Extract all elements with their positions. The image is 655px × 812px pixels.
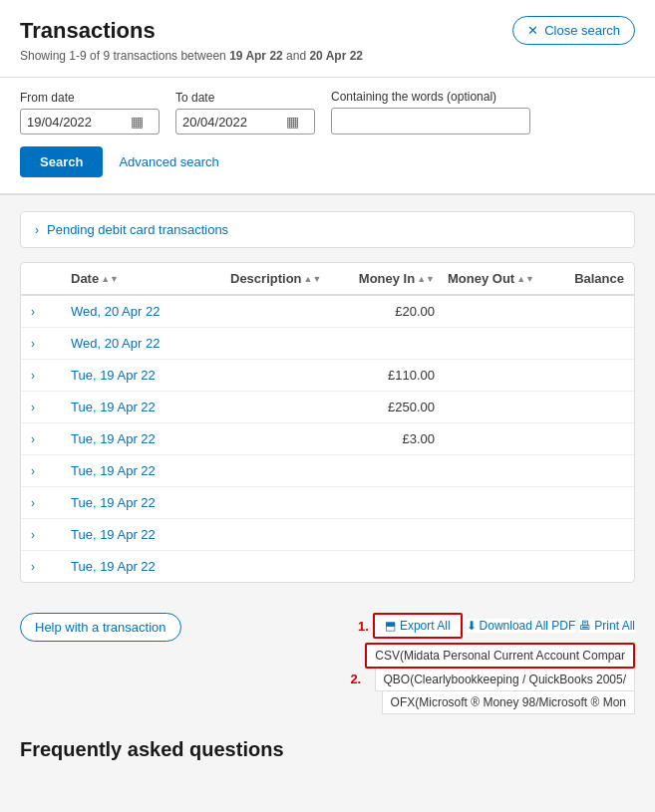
- desc-sort-icon: ▲▼: [304, 274, 322, 284]
- to-date-label: To date: [175, 91, 315, 105]
- search-row: From date ▦ To date ▦ Containing the wor…: [20, 90, 635, 135]
- table-row: › Wed, 20 Apr 22: [21, 328, 634, 360]
- close-icon: ✕: [527, 23, 538, 38]
- page-title: Transactions: [20, 18, 156, 44]
- row-expand-icon[interactable]: ›: [31, 337, 71, 351]
- print-label: Print All: [594, 619, 635, 633]
- row-expand-icon[interactable]: ›: [31, 369, 71, 383]
- row-date[interactable]: Tue, 19 Apr 22: [71, 463, 230, 478]
- row-date[interactable]: Tue, 19 Apr 22: [71, 527, 230, 542]
- table-header: Date ▲▼ Description ▲▼ Money In ▲▼ Money…: [21, 263, 634, 296]
- col-date[interactable]: Date ▲▼: [71, 271, 230, 286]
- pending-chevron-icon: ›: [35, 223, 39, 237]
- from-date-label: From date: [20, 91, 160, 105]
- table-row: › Tue, 19 Apr 22: [21, 519, 634, 551]
- export-all-button[interactable]: ⬒ Export All: [373, 613, 463, 639]
- export-all-label: Export All: [400, 619, 451, 633]
- row-date[interactable]: Tue, 19 Apr 22: [71, 431, 230, 446]
- table-row: › Wed, 20 Apr 22 £20.00: [21, 296, 634, 328]
- advanced-search-link[interactable]: Advanced search: [119, 154, 218, 169]
- search-button[interactable]: Search: [20, 146, 103, 177]
- pending-row[interactable]: › Pending debit card transactions: [21, 212, 634, 247]
- download-pdf-button[interactable]: ⬇ Download All PDF: [467, 619, 576, 633]
- row-expand-icon[interactable]: ›: [31, 496, 71, 510]
- col-description[interactable]: Description ▲▼: [230, 271, 335, 286]
- step2-label: 2.: [350, 672, 361, 686]
- row-expand-icon[interactable]: ›: [31, 432, 71, 446]
- containing-input[interactable]: [331, 108, 530, 135]
- from-date-field: From date ▦: [20, 91, 160, 135]
- transactions-table: Date ▲▼ Description ▲▼ Money In ▲▼ Money…: [20, 262, 635, 583]
- to-date-calendar-icon[interactable]: ▦: [286, 114, 299, 130]
- pending-section: › Pending debit card transactions: [20, 211, 635, 248]
- export-actions: 1. ⬒ Export All ⬇ Download All PDF 🖶 Pri…: [350, 613, 635, 714]
- close-search-label: Close search: [544, 23, 620, 38]
- row-date[interactable]: Tue, 19 Apr 22: [71, 495, 230, 510]
- download-icon: ⬇: [467, 619, 477, 633]
- search-form: From date ▦ To date ▦ Containing the wor…: [0, 78, 655, 195]
- dropdown-item-ofx[interactable]: OFX(Microsoft ® Money 98/Microsoft ® Mon: [382, 691, 635, 714]
- date-sort-icon: ▲▼: [101, 274, 119, 284]
- from-date-wrapper: ▦: [20, 109, 160, 135]
- footer-area: Help with a transaction 1. ⬒ Export All …: [0, 599, 655, 728]
- print-icon: 🖶: [579, 619, 591, 633]
- table-row: › Tue, 19 Apr 22: [21, 455, 634, 487]
- pending-label: Pending debit card transactions: [47, 222, 228, 237]
- row-expand-icon[interactable]: ›: [31, 401, 71, 414]
- row-expand-icon[interactable]: ›: [31, 305, 71, 319]
- print-button[interactable]: 🖶 Print All: [579, 619, 635, 633]
- main-content: › Pending debit card transactions Date ▲…: [0, 195, 655, 599]
- row-expand-icon[interactable]: ›: [31, 560, 71, 574]
- row-date[interactable]: Tue, 19 Apr 22: [71, 368, 230, 383]
- dropdown-item-qbo[interactable]: QBO(Clearlybookkeeping / QuickBooks 2005…: [375, 669, 635, 691]
- col-expand: [31, 271, 71, 286]
- table-row: › Tue, 19 Apr 22 £110.00: [21, 360, 634, 392]
- containing-field: Containing the words (optional): [331, 90, 530, 135]
- from-date-input[interactable]: [27, 115, 127, 130]
- row-date[interactable]: Wed, 20 Apr 22: [71, 336, 230, 351]
- col-money-in[interactable]: Money In ▲▼: [335, 271, 435, 286]
- moneyin-sort-icon: ▲▼: [417, 274, 435, 284]
- to-date-input[interactable]: [182, 115, 282, 130]
- table-row: › Tue, 19 Apr 22 £3.00: [21, 423, 634, 455]
- table-row: › Tue, 19 Apr 22 £250.00: [21, 392, 634, 423]
- header-top: Transactions ✕ Close search: [20, 16, 635, 45]
- row-date[interactable]: Tue, 19 Apr 22: [71, 559, 230, 574]
- row-money-in: £20.00: [335, 304, 435, 319]
- header-area: Transactions ✕ Close search Showing 1-9 …: [0, 0, 655, 78]
- containing-label: Containing the words (optional): [331, 90, 530, 104]
- row-money-in: £250.00: [335, 400, 435, 414]
- table-row: › Tue, 19 Apr 22: [21, 551, 634, 582]
- export-format-dropdown-container: CSV(Midata Personal Current Account Comp…: [365, 643, 635, 714]
- row-date[interactable]: Tue, 19 Apr 22: [71, 400, 230, 414]
- row-money-in: £110.00: [335, 368, 435, 383]
- export-row1: 1. ⬒ Export All ⬇ Download All PDF 🖶 Pri…: [358, 613, 635, 639]
- search-actions: Search Advanced search: [20, 146, 635, 177]
- from-date-calendar-icon[interactable]: ▦: [131, 114, 144, 130]
- showing-text: Showing 1-9 of 9 transactions between 19…: [20, 49, 635, 63]
- row-date[interactable]: Wed, 20 Apr 22: [71, 304, 230, 319]
- row-expand-icon[interactable]: ›: [31, 464, 71, 478]
- to-date-field: To date ▦: [175, 91, 315, 135]
- col-money-out[interactable]: Money Out ▲▼: [435, 271, 534, 286]
- faq-title: Frequently asked questions: [20, 738, 635, 761]
- step1-label: 1.: [358, 619, 369, 634]
- close-search-button[interactable]: ✕ Close search: [512, 16, 635, 45]
- row-expand-icon[interactable]: ›: [31, 528, 71, 542]
- export-row2: 2. CSV(Midata Personal Current Account C…: [350, 643, 635, 714]
- table-row: › Tue, 19 Apr 22: [21, 487, 634, 519]
- export-icon: ⬒: [385, 619, 396, 633]
- download-pdf-label: Download All PDF: [480, 619, 576, 633]
- moneyout-sort-icon: ▲▼: [516, 274, 534, 284]
- to-date-wrapper: ▦: [175, 109, 315, 135]
- row-money-in: £3.00: [335, 431, 435, 446]
- faq-section: Frequently asked questions: [0, 728, 655, 771]
- col-balance: Balance: [534, 271, 624, 286]
- export-format-dropdown[interactable]: CSV(Midata Personal Current Account Comp…: [365, 643, 635, 669]
- help-button[interactable]: Help with a transaction: [20, 613, 181, 642]
